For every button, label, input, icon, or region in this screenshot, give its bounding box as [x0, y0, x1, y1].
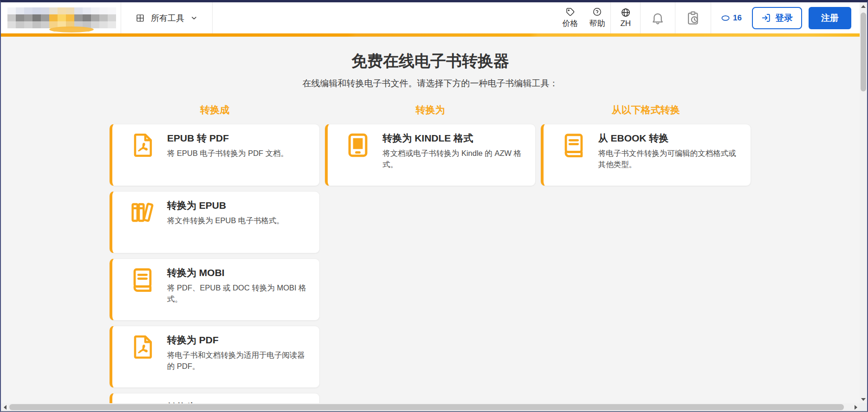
- arrow-up-icon: [861, 5, 866, 8]
- scrollbar-corner: [860, 403, 867, 411]
- main-content: 免费在线电子书转换器 在线编辑和转换电子书文件。请选择下方的一种电子书编辑工具：…: [1, 37, 860, 403]
- tools-column-2: 转换为 KINDLE 格式 将文档或电子书转换为 Kindle 的 AZW 格式…: [325, 124, 535, 403]
- pdf-file-icon: [129, 132, 156, 159]
- book-icon: [560, 132, 587, 159]
- clipboard-clock-icon: [686, 11, 700, 26]
- globe-icon: [621, 7, 631, 18]
- arrow-down-icon: [861, 398, 866, 401]
- top-navbar: 所有工具 价格 帮助 ZH 16 登: [1, 2, 860, 33]
- tool-card-title: 转换为 EPUB: [167, 199, 284, 212]
- horizontal-scrollbar[interactable]: [1, 403, 860, 411]
- page-subtitle: 在线编辑和转换电子书文件。请选择下方的一种电子书编辑工具：: [1, 77, 860, 90]
- tool-card-desc: 将电子书和文档转换为适用于电子阅读器的 PDF。: [167, 350, 311, 372]
- tool-card-epub-to-pdf[interactable]: EPUB 转 PDF 将 EPUB 电子书转换为 PDF 文档。: [110, 124, 320, 186]
- credits-count: 16: [733, 13, 742, 23]
- login-arrow-icon: [761, 13, 771, 23]
- horizontal-scrollbar-thumb[interactable]: [9, 404, 844, 410]
- coin-icon: [720, 13, 731, 23]
- tag-icon: [565, 7, 575, 17]
- site-logo[interactable]: [1, 2, 121, 33]
- arrow-right-icon: [855, 405, 857, 410]
- column-header-convert-to: 转换成: [110, 103, 320, 116]
- accent-underline-bar: [1, 33, 867, 37]
- pricing-label: 价格: [562, 18, 578, 29]
- column-header-convert-from: 从以下格式转换: [541, 103, 751, 116]
- scroll-left-arrow[interactable]: [1, 403, 9, 411]
- tool-card-convert-from-ebook[interactable]: 从 EBOOK 转换 将电子书文件转换为可编辑的文档格式或其他类型。: [541, 124, 751, 186]
- ereader-icon: [344, 132, 371, 159]
- bell-icon: [651, 11, 665, 25]
- tools-column-3: 从 EBOOK 转换 将电子书文件转换为可编辑的文档格式或其他类型。: [541, 124, 751, 403]
- tool-card-desc: 将文档或电子书转换为 Kindle 的 AZW 格式。: [382, 148, 526, 170]
- tools-column-1: EPUB 转 PDF 将 EPUB 电子书转换为 PDF 文档。 转换为 EPU…: [110, 124, 320, 403]
- tool-card-title: EPUB 转 PDF: [167, 132, 288, 145]
- vertical-scrollbar-thumb[interactable]: [861, 13, 866, 91]
- tasks-button[interactable]: [675, 2, 711, 33]
- tool-card-title: 从 EBOOK 转换: [598, 132, 742, 145]
- logo-underline-blob: [49, 26, 94, 32]
- help-label: 帮助: [589, 18, 605, 29]
- tool-card-convert-to-ebook[interactable]: 转换为 EBOOK 将文档或图像转换为 EPUB、MOBI 或 AZW。: [110, 393, 320, 403]
- chevron-down-icon: [190, 14, 198, 22]
- tool-card-convert-to-epub[interactable]: 转换为 EPUB 将文件转换为 EPUB 电子书格式。: [110, 191, 320, 253]
- all-tools-menu[interactable]: 所有工具: [121, 2, 212, 33]
- tool-card-desc: 将文件转换为 EPUB 电子书格式。: [167, 215, 284, 226]
- tool-card-convert-to-kindle[interactable]: 转换为 KINDLE 格式 将文档或电子书转换为 Kindle 的 AZW 格式…: [325, 124, 535, 186]
- blurred-logo: [7, 7, 116, 28]
- tool-card-convert-to-pdf[interactable]: 转换为 PDF 将电子书和文档转换为适用于电子阅读器的 PDF。: [110, 326, 320, 388]
- scroll-down-arrow[interactable]: [860, 395, 867, 403]
- language-selector[interactable]: ZH: [611, 2, 640, 33]
- tools-grid: 转换成 转换为 从以下格式转换 EPUB 转 PDF 将 EPUB 电子书转换为…: [110, 103, 751, 403]
- tool-card-title: 转换为 PDF: [167, 334, 311, 347]
- register-label: 注册: [821, 13, 839, 23]
- question-icon: [592, 7, 602, 17]
- pricing-link[interactable]: 价格: [557, 2, 583, 33]
- page-title: 免费在线电子书转换器: [1, 51, 860, 72]
- navbar-right-group: 价格 帮助 ZH 16 登录 注册: [557, 2, 860, 33]
- tool-card-desc: 将 PDF、EPUB 或 DOC 转换为 MOBI 格式。: [167, 283, 311, 305]
- all-tools-label: 所有工具: [151, 13, 184, 24]
- tool-card-desc: 将电子书文件转换为可编辑的文档格式或其他类型。: [598, 148, 742, 170]
- column-header-convert-for: 转换为: [325, 103, 535, 116]
- grid-icon: [135, 13, 145, 23]
- tool-card-convert-to-mobi[interactable]: 转换为 MOBI 将 PDF、EPUB 或 DOC 转换为 MOBI 格式。: [110, 258, 320, 321]
- pdf-file-icon: [129, 334, 156, 360]
- login-label: 登录: [775, 12, 793, 24]
- help-link[interactable]: 帮助: [583, 2, 610, 33]
- register-button[interactable]: 注册: [809, 7, 851, 29]
- arrow-left-icon: [4, 405, 6, 410]
- vertical-scrollbar[interactable]: [860, 2, 867, 403]
- notifications-button[interactable]: [641, 2, 675, 33]
- scroll-up-arrow[interactable]: [860, 2, 867, 10]
- credits-counter[interactable]: 16: [711, 2, 748, 33]
- tool-card-desc: 将 EPUB 电子书转换为 PDF 文档。: [167, 148, 288, 159]
- tool-card-title: 转换为 MOBI: [167, 266, 311, 279]
- login-button[interactable]: 登录: [752, 7, 802, 29]
- book-icon: [129, 266, 156, 293]
- navbar-spacer: [213, 2, 557, 33]
- bookshelf-icon: [129, 199, 156, 226]
- language-label: ZH: [620, 19, 631, 28]
- scroll-right-arrow[interactable]: [852, 403, 860, 411]
- tool-card-title: 转换为 KINDLE 格式: [382, 132, 526, 145]
